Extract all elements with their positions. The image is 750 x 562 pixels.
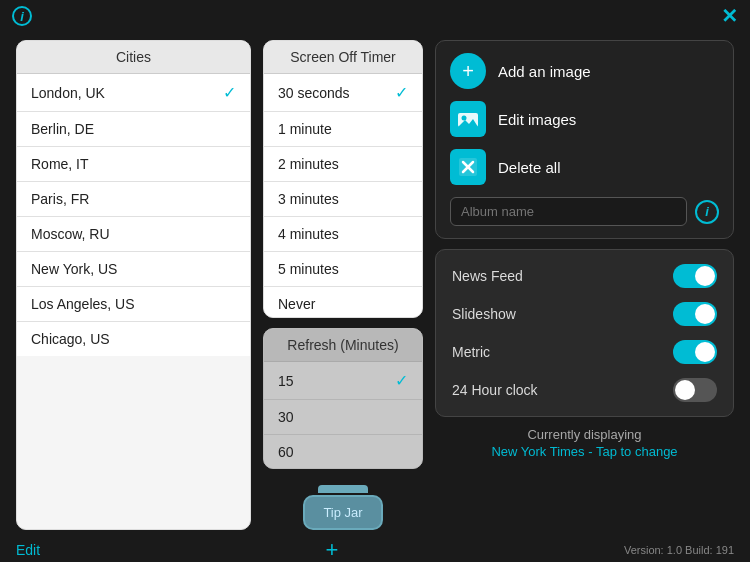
timer-item[interactable]: 30 seconds✓ [264,74,422,112]
tip-jar-label[interactable]: Tip Jar [303,495,383,530]
city-item[interactable]: Rome, IT [17,147,250,182]
refresh-header: Refresh (Minutes) [264,329,422,362]
timer-header: Screen Off Timer [264,41,422,74]
edit-images-icon [450,101,486,137]
info-icon[interactable]: i [12,6,32,26]
add-image-label: Add an image [498,63,591,80]
refresh-list: 15✓3060 [264,362,422,469]
svg-point-1 [462,116,467,121]
delete-all-label: Delete all [498,159,561,176]
timer-list: 30 seconds✓1 minute2 minutes3 minutes4 m… [264,74,422,318]
timer-item[interactable]: 1 minute [264,112,422,147]
add-image-icon: + [450,53,486,89]
timer-item[interactable]: 3 minutes [264,182,422,217]
edit-images-label: Edit images [498,111,576,128]
city-item[interactable]: London, UK✓ [17,74,250,112]
metric-label: Metric [452,344,490,360]
city-item[interactable]: Los Angeles, US [17,287,250,322]
timer-panel: Screen Off Timer 30 seconds✓1 minute2 mi… [263,40,423,318]
slideshow-toggle[interactable] [673,302,717,326]
news-feed-toggle[interactable] [673,264,717,288]
metric-row: Metric [452,336,717,368]
settings-panel: News Feed Slideshow Metric 24 Hour clock [435,249,734,417]
news-feed-label: News Feed [452,268,523,284]
city-item[interactable]: Berlin, DE [17,112,250,147]
slideshow-row: Slideshow [452,298,717,330]
news-feed-row: News Feed [452,260,717,292]
city-item[interactable]: New York, US [17,252,250,287]
cities-panel: Cities London, UK✓Berlin, DERome, ITPari… [16,40,251,530]
refresh-item[interactable]: 60 [264,435,422,469]
currently-value[interactable]: New York Times - Tap to change [435,444,734,459]
refresh-panel: Refresh (Minutes) 15✓3060 [263,328,423,469]
close-icon[interactable]: ✕ [721,4,738,28]
currently-displaying: Currently displaying New York Times - Ta… [435,427,734,459]
top-bar: i ✕ [0,0,750,32]
timer-item[interactable]: 2 minutes [264,147,422,182]
album-name-input[interactable] [450,197,687,226]
tip-jar-button[interactable]: Tip Jar [303,485,383,530]
delete-all-row[interactable]: Delete all [450,149,719,185]
refresh-item[interactable]: 15✓ [264,362,422,400]
clock-row: 24 Hour clock [452,374,717,406]
city-item[interactable]: Moscow, RU [17,217,250,252]
add-city-button[interactable]: + [326,539,339,561]
album-name-row: i [450,197,719,226]
add-image-row[interactable]: + Add an image [450,53,719,89]
edit-button[interactable]: Edit [16,542,40,558]
metric-toggle[interactable] [673,340,717,364]
slideshow-label: Slideshow [452,306,516,322]
cities-list: London, UK✓Berlin, DERome, ITParis, FRMo… [17,74,250,356]
delete-all-icon [450,149,486,185]
image-actions-panel: + Add an image Edit images [435,40,734,239]
tip-jar-area: Tip Jar [263,485,423,530]
bottom-bar: Edit + Version: 1.0 Build: 191 [0,538,750,562]
city-item[interactable]: Paris, FR [17,182,250,217]
city-item[interactable]: Chicago, US [17,322,250,356]
right-col: + Add an image Edit images [435,40,734,530]
middle-col: Screen Off Timer 30 seconds✓1 minute2 mi… [263,40,423,530]
timer-item[interactable]: Never [264,287,422,318]
clock-toggle[interactable] [673,378,717,402]
version-text: Version: 1.0 Build: 191 [624,544,734,556]
tip-jar-top [318,485,368,493]
main-content: Cities London, UK✓Berlin, DERome, ITPari… [0,32,750,538]
clock-label: 24 Hour clock [452,382,538,398]
edit-images-row[interactable]: Edit images [450,101,719,137]
refresh-item[interactable]: 30 [264,400,422,435]
timer-item[interactable]: 4 minutes [264,217,422,252]
album-info-icon[interactable]: i [695,200,719,224]
currently-label: Currently displaying [435,427,734,442]
timer-item[interactable]: 5 minutes [264,252,422,287]
cities-header: Cities [17,41,250,74]
